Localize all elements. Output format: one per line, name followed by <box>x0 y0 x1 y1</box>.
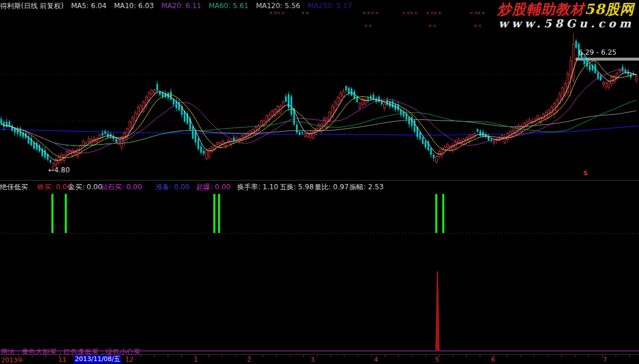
indicator-field: 金买: 0.00 <box>68 182 103 192</box>
ma20-value: MA20: 6.11 <box>161 2 201 10</box>
sell-marker: S <box>583 169 588 177</box>
selected-date-box[interactable]: 2013/11/08/五 <box>74 355 121 363</box>
ma120-value: MA120: 5.56 <box>256 2 300 10</box>
svg-text:××: ×× <box>370 10 379 16</box>
watermark-title: 炒股輔助教材58股网 <box>497 1 634 17</box>
axis-month-label: 1 <box>194 356 198 363</box>
watermark: 炒股輔助教材58股网 www.58Gu.com <box>497 1 634 30</box>
svg-text:××: ×× <box>362 10 370 16</box>
svg-text:××: ×× <box>428 23 436 29</box>
spike-layer <box>0 271 639 351</box>
watermark-url: www.58Gu.com <box>497 17 634 30</box>
indicator-field: 量比: 0.97 <box>315 182 349 192</box>
axis-month-label: 4 <box>374 356 378 363</box>
price-range-label: 6.29 - 6.25 <box>578 48 616 56</box>
indicator-name[interactable]: 绝佳低买 <box>0 182 28 192</box>
app-window: ×××××××××××××××××××××××××××× 得利斯(日线 前复权)… <box>0 0 639 364</box>
separator-lines <box>0 181 639 355</box>
indicator-field: 振幅: 2.53 <box>349 182 384 192</box>
price-low-label: ←4.80 <box>48 166 70 174</box>
indicator-status-bar: 绝佳低买 铁买: 0.00金买: 0.00钻石买: 0.00准备: 0.00起爆… <box>0 182 639 192</box>
ma250-value: MA250: 5.17 <box>308 2 352 10</box>
axis-month-label: 7 <box>603 356 607 363</box>
axis-year-label: 2013年 <box>1 356 24 364</box>
axis-month-label: 5 <box>435 356 439 363</box>
indicator-field: 五换: 5.98 <box>280 182 314 192</box>
time-axis: 2013年 2013/11/08/五 11121234567 <box>0 355 639 364</box>
watermark-title-yellow: 58股网 <box>585 1 634 17</box>
svg-text:××: ×× <box>476 10 485 16</box>
indicator-field: 钻石买: 0.00 <box>101 182 142 192</box>
signal-bars-layer <box>0 194 639 234</box>
svg-text:××: ×× <box>473 23 482 29</box>
axis-month-label: 2 <box>247 356 251 363</box>
event-markers-layer: ×××××××××××××××××××××××××××× <box>269 10 485 29</box>
indicator-field: 起爆: 0.00 <box>196 182 231 192</box>
svg-text:××: ×× <box>409 10 418 16</box>
ma60-value: MA60: 5.61 <box>209 2 248 10</box>
axis-month-label: 12 <box>125 356 133 363</box>
ma-lines-layer <box>1 54 636 161</box>
axis-month-label: 3 <box>310 356 315 363</box>
ma10-value: MA10: 6.03 <box>114 2 154 10</box>
svg-text:××: ×× <box>276 10 285 16</box>
indicator-field: 准备: 0.00 <box>156 182 190 192</box>
watermark-title-red: 炒股輔助教材 <box>497 1 585 17</box>
axis-month-label: 6 <box>491 356 495 363</box>
chart-header: 得利斯(日线 前复权) MA5: 6.04 MA10: 6.03 MA20: 6… <box>0 1 357 9</box>
svg-text:××: ×× <box>433 10 442 16</box>
axis-month-label: 11 <box>58 356 66 363</box>
ma5-value: MA5: 6.04 <box>71 2 107 10</box>
stock-title: 得利斯(日线 前复权) <box>0 2 63 10</box>
indicator-field: 换手率: 1.10 <box>237 182 278 192</box>
svg-text:××: ×× <box>363 23 372 29</box>
indicator-field: 铁买: 0.00 <box>37 182 72 192</box>
svg-text:××: ×× <box>301 10 309 16</box>
